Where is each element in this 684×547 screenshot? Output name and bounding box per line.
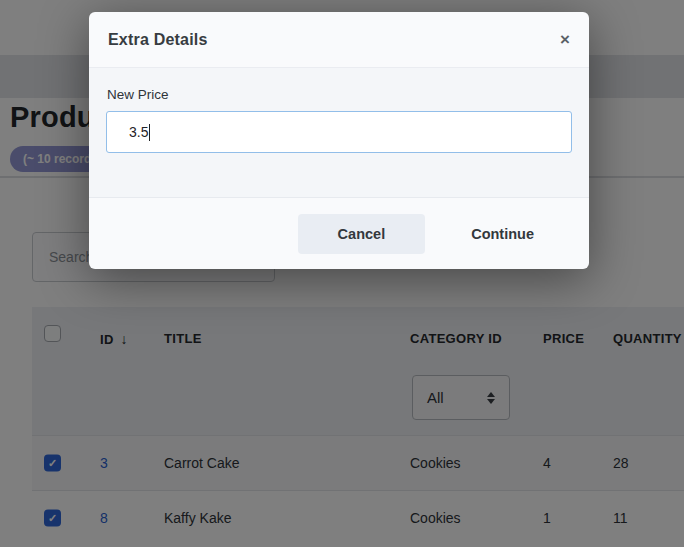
cancel-button[interactable]: Cancel [298, 214, 426, 254]
modal-footer: Cancel Continue [89, 197, 589, 269]
close-icon[interactable]: × [560, 31, 570, 48]
modal-header: Extra Details × [89, 12, 589, 68]
new-price-label: New Price [107, 87, 572, 102]
modal-body: New Price 3.5 [89, 68, 589, 197]
text-caret [149, 124, 150, 141]
continue-button[interactable]: Continue [441, 214, 564, 254]
modal-title: Extra Details [108, 31, 208, 49]
extra-details-modal: Extra Details × New Price 3.5 Cancel Con… [89, 12, 589, 269]
new-price-value: 3.5 [129, 124, 148, 140]
new-price-input[interactable]: 3.5 [106, 111, 572, 153]
screen: Products (~ 10 records) ID↓ TITLE CATEGO… [0, 0, 684, 547]
